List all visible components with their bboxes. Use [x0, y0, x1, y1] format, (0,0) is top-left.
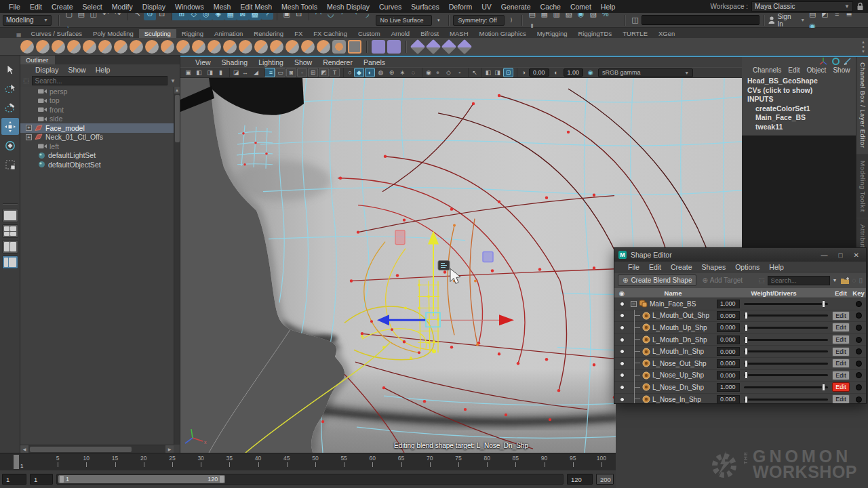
- menu-item[interactable]: Mesh Tools: [277, 3, 322, 11]
- axis-tripod-icon[interactable]: [819, 58, 828, 65]
- weight-slider[interactable]: [744, 363, 828, 365]
- anim-start-field[interactable]: 1: [2, 474, 26, 485]
- outliner-item[interactable]: defaultLightSet: [20, 151, 180, 161]
- shelf-tab[interactable]: Sculpting: [139, 29, 176, 38]
- filter-icon[interactable]: ⬚: [758, 277, 764, 284]
- convert-freeze-icon[interactable]: [301, 40, 315, 54]
- menu-item[interactable]: Edit Mesh: [235, 3, 277, 11]
- shelf-tab[interactable]: FX Caching: [308, 29, 353, 38]
- grab-brush-icon[interactable]: [67, 40, 81, 54]
- target-visibility-dot[interactable]: [620, 325, 625, 330]
- chevron-down-icon[interactable]: ▼: [170, 78, 177, 84]
- spray-brush-icon[interactable]: [130, 40, 143, 54]
- symmetry-expand-icon[interactable]: ⟩: [505, 14, 517, 26]
- move-tool[interactable]: [1, 118, 19, 135]
- shelf-tab[interactable]: MASH: [444, 29, 473, 38]
- shape-editor-row[interactable]: − Main_Face_BS 1.000: [614, 298, 866, 310]
- isolate-select-icon[interactable]: ↖: [468, 68, 478, 77]
- outliner-item[interactable]: front: [20, 105, 180, 115]
- blendshape-falloff-handle[interactable]: [395, 230, 405, 245]
- sign-in-control[interactable]: Sign In ▼: [768, 13, 805, 28]
- uv-texture-icon[interactable]: T: [330, 68, 340, 77]
- shelf-tab[interactable]: Rigging: [176, 29, 209, 38]
- shape-editor-menu-item[interactable]: Shapes: [697, 263, 731, 271]
- expand-icon[interactable]: +: [26, 125, 32, 131]
- shape-editor-row[interactable]: L_Nose_Up_Shp 0.000 Edit: [614, 370, 866, 382]
- quick-select-field[interactable]: [642, 15, 760, 25]
- target-visibility-dot[interactable]: [620, 338, 625, 342]
- weight-value-field[interactable]: 1.000: [717, 300, 740, 308]
- shelf-scroll-arrows[interactable]: ▲●▼: [861, 40, 865, 54]
- scale-tool[interactable]: [1, 156, 19, 173]
- symmetry-dropdown[interactable]: Symmetry: Off: [453, 15, 505, 26]
- edit-target-button[interactable]: Edit: [832, 347, 850, 357]
- weight-value-field[interactable]: 0.000: [717, 395, 740, 403]
- weight-value-field[interactable]: 1.000: [717, 383, 740, 392]
- shelf-tab[interactable]: FX: [289, 29, 308, 38]
- channel-box-menu-item[interactable]: Edit: [785, 66, 803, 74]
- delete-icon[interactable]: ▯: [859, 277, 863, 284]
- viewport-menu-item[interactable]: Shading: [216, 58, 254, 66]
- viewport-menu-item[interactable]: Panels: [358, 58, 391, 66]
- shelf-tab[interactable]: TURTLE: [617, 29, 653, 38]
- freeze-brush-icon[interactable]: [285, 40, 299, 54]
- menu-item[interactable]: Mesh Display: [322, 3, 374, 11]
- menu-item[interactable]: UV: [477, 3, 496, 11]
- edit-target-button[interactable]: Edit: [832, 323, 850, 332]
- menu-set-dropdown[interactable]: Modeling▼: [3, 15, 52, 26]
- relax-brush-icon[interactable]: [52, 40, 65, 54]
- shelf-tab[interactable]: Bifrost: [415, 29, 444, 38]
- weight-slider[interactable]: [744, 303, 828, 305]
- lock-icon[interactable]: [856, 2, 864, 11]
- menu-item[interactable]: File: [4, 3, 25, 11]
- bounding-box-icon[interactable]: ◩: [319, 68, 329, 77]
- key-indicator[interactable]: [856, 301, 862, 307]
- channel-box-menu-item[interactable]: Channels: [749, 66, 785, 74]
- menu-item[interactable]: Display: [138, 3, 170, 11]
- uv-brush-icon[interactable]: [372, 40, 385, 54]
- view-transform-dropdown[interactable]: sRGB gamma▼: [598, 68, 693, 77]
- single-pane-layout-button[interactable]: [2, 209, 18, 222]
- flatten-brush-icon[interactable]: [98, 40, 112, 54]
- image-plane-icon[interactable]: ◪: [229, 68, 239, 77]
- shape-editor-row[interactable]: L_Nose_Dn_Shp 1.000 Edit: [614, 382, 866, 394]
- menu-item[interactable]: Mesh: [209, 3, 236, 11]
- lock-camera-icon[interactable]: ◧: [194, 68, 204, 77]
- viewport-menu-item[interactable]: Renderer: [317, 58, 358, 66]
- shape-editor-menu-item[interactable]: Help: [764, 263, 789, 271]
- weight-value-field[interactable]: 0.000: [717, 336, 740, 344]
- sep[interactable]: [406, 41, 406, 53]
- four-pane-layout-button[interactable]: [2, 224, 18, 238]
- target-visibility-dot[interactable]: [620, 349, 625, 354]
- lighting-all-icon[interactable]: ○: [343, 68, 353, 77]
- menu-item[interactable]: Help: [596, 3, 620, 11]
- anim-ghosting-icon[interactable]: [832, 58, 840, 65]
- fog-icon[interactable]: ◌: [408, 68, 418, 77]
- outliner-item[interactable]: top: [20, 96, 180, 106]
- weight-value-field[interactable]: 0.000: [717, 347, 740, 356]
- key-indicator[interactable]: [856, 396, 862, 403]
- playback-range-bar[interactable]: 1 120: [58, 475, 225, 483]
- outliner-item[interactable]: persp: [20, 87, 180, 96]
- target-visibility-dot[interactable]: [620, 385, 625, 390]
- rotate-tool[interactable]: [1, 137, 19, 154]
- viewport-menu-item[interactable]: View: [190, 58, 216, 66]
- outliner-item[interactable]: defaultObjectSet: [20, 160, 180, 169]
- edit-target-button[interactable]: Edit: [832, 382, 850, 392]
- shape-editor-row[interactable]: L_Nose_Out_Shp 0.000 Edit: [614, 358, 866, 370]
- menu-item[interactable]: Edit: [25, 3, 47, 11]
- pinch-brush-icon[interactable]: [83, 40, 96, 54]
- key-indicator[interactable]: [856, 361, 862, 367]
- channel-box-menu-item[interactable]: Show: [829, 66, 853, 74]
- shelf-tab[interactable]: Rendering: [248, 29, 289, 38]
- shelf-tab[interactable]: Arnold: [386, 29, 415, 38]
- chevron-down-icon[interactable]: ▼: [833, 278, 837, 283]
- edit-column-header[interactable]: Edit: [831, 289, 851, 297]
- imprint-brush-icon[interactable]: [161, 40, 174, 54]
- channel-box-row[interactable]: INPUTS: [747, 95, 856, 104]
- plugin-shape-icon[interactable]: ▪: [454, 68, 465, 77]
- lasso-select-tool[interactable]: [1, 80, 19, 97]
- grease-pencil-icon[interactable]: ◢: [251, 68, 261, 77]
- weight-value-field[interactable]: 0.000: [717, 371, 740, 380]
- channel-box-menu-item[interactable]: Object: [804, 66, 830, 74]
